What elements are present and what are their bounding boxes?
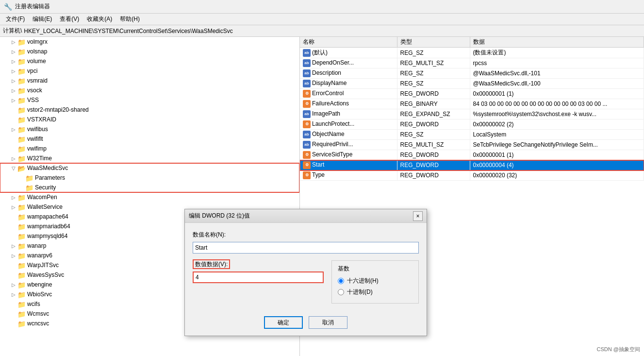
dialog-left: 数值数据(V):	[193, 260, 324, 304]
folder-icon: 📁	[17, 145, 26, 152]
table-row[interactable]: ⚙LaunchProtect...REG_DWORD0x00000002 (2)	[300, 119, 644, 130]
tree-item-parameters[interactable]: 📁 Parameters	[0, 173, 299, 183]
value-name: abDisplayName	[300, 79, 397, 89]
name-label: 数值名称(N):	[193, 231, 419, 239]
tree-label: VSTXRAID	[27, 116, 56, 123]
hex-radio[interactable]	[338, 278, 344, 284]
table-row[interactable]: ⚙ErrorControlREG_DWORD0x00000001 (1)	[300, 89, 644, 99]
tree-item-security[interactable]: 📁 Security	[0, 183, 299, 192]
table-row[interactable]: ⚙StartREG_DWORD0x00000004 (4)	[300, 160, 644, 170]
folder-icon: 📁	[17, 126, 26, 133]
tree-label: WbioSrvc	[27, 291, 52, 298]
tree-item-vss[interactable]: ▷ 📁 VSS	[0, 95, 299, 105]
tree-item-vwifibus[interactable]: ▷ 📁 vwifibus	[0, 124, 299, 134]
table-row[interactable]: abObjectNameREG_SZLocalSystem	[300, 130, 644, 140]
tree-item-vwifimp[interactable]: 📁 vwifimp	[0, 144, 299, 153]
expand-arrow: ▷	[10, 68, 17, 74]
table-row[interactable]: ⚙ServiceSidTypeREG_DWORD0x00000001 (1)	[300, 150, 644, 160]
data-value-input[interactable]	[193, 271, 324, 283]
edit-dword-dialog: 编辑 DWORD (32 位)值 × 数值名称(N): 数值数据(V): 基数 …	[184, 209, 427, 336]
expand-arrow: ▷	[10, 282, 17, 288]
value-type: REG_DWORD	[397, 170, 470, 181]
table-row[interactable]: abDisplayNameREG_SZ@WaaSMedicSvc.dll,-10…	[300, 79, 644, 89]
dialog-close-button[interactable]: ×	[413, 211, 423, 221]
tree-item-vpci[interactable]: ▷ 📁 vpci	[0, 66, 299, 76]
menu-file[interactable]: 文件(F)	[2, 14, 29, 24]
tree-item-volmgrx[interactable]: ▷ 📁 volmgrx	[0, 37, 299, 47]
value-type: REG_BINARY	[397, 99, 470, 109]
value-data: 0x00000001 (1)	[470, 89, 644, 99]
tree-label: WaaSMedicSvc	[27, 165, 68, 171]
tree-item-w32time[interactable]: ▷ 📁 W32Time	[0, 153, 299, 163]
value-data: @WaaSMedicSvc.dll,-100	[470, 79, 644, 89]
dialog-titlebar: 编辑 DWORD (32 位)值 ×	[185, 209, 427, 223]
table-row[interactable]: abImagePathREG_EXPAND_SZ%systemroot%\sys…	[300, 109, 644, 119]
address-path: HKEY_LOCAL_MACHINE\SYSTEM\CurrentControl…	[24, 28, 232, 34]
ok-button[interactable]: 确定	[264, 316, 303, 329]
tree-item-waasmedicsvc[interactable]: ▽ 📂 WaaSMedicSvc	[0, 163, 299, 173]
cancel-button[interactable]: 取消	[309, 316, 347, 329]
expand-arrow: ▷	[10, 59, 17, 64]
value-data: 84 03 00 00 00 00 00 00 00 00 00 00 00 0…	[470, 99, 644, 109]
table-row[interactable]: abDependOnSer...REG_MULTI_SZrpcss	[300, 58, 644, 68]
menu-favorites[interactable]: 收藏夹(A)	[83, 14, 116, 24]
expand-arrow: ▷	[10, 39, 17, 45]
menu-edit[interactable]: 编辑(E)	[29, 14, 56, 24]
folder-icon: 📁	[17, 97, 26, 103]
value-type: REG_MULTI_SZ	[397, 58, 470, 68]
tree-item-vsmraid[interactable]: ▷ 📁 vsmraid	[0, 76, 299, 85]
value-type: REG_SZ	[397, 48, 470, 58]
expand-arrow: ▷	[10, 243, 17, 249]
folder-icon: 📁	[17, 48, 26, 55]
base-section: 基数 十六进制(H) 十进制(D)	[331, 260, 419, 304]
tree-label: wcifs	[27, 301, 40, 307]
expand-arrow: ▷	[10, 88, 17, 93]
folder-icon: 📁	[17, 291, 26, 298]
menu-view[interactable]: 查看(V)	[56, 14, 83, 24]
table-row[interactable]: abRequiredPrivil...REG_MULTI_SZSeTcbPriv…	[300, 140, 644, 150]
tree-label: volume	[27, 58, 46, 65]
folder-icon: 📁	[17, 310, 26, 317]
expand-arrow: ▽	[10, 166, 17, 171]
table-row[interactable]: ab(默认)REG_SZ(数值未设置)	[300, 48, 644, 58]
tree-item-volsnap[interactable]: ▷ 📁 volsnap	[0, 47, 299, 56]
value-type: REG_SZ	[397, 79, 470, 89]
folder-icon: 📂	[17, 165, 26, 171]
menu-help[interactable]: 帮助(H)	[116, 14, 144, 24]
folder-icon: 📁	[17, 58, 26, 65]
value-type: REG_DWORD	[397, 150, 470, 160]
tree-item-vstor2[interactable]: 📁 vstor2-mntapi20-shared	[0, 105, 299, 115]
folder-icon: 📁	[17, 38, 26, 45]
hex-radio-row: 十六进制(H)	[338, 277, 413, 285]
folder-icon: 📁	[17, 87, 26, 94]
tree-label: vwififlt	[27, 136, 43, 142]
value-data: 0x00000020 (32)	[470, 170, 644, 181]
table-row[interactable]: ⚙FailureActionsREG_BINARY84 03 00 00 00 …	[300, 99, 644, 109]
tree-item-vsock[interactable]: ▷ 📁 vsock	[0, 85, 299, 95]
table-row[interactable]: abDescriptionREG_SZ@WaaSMedicSvc.dll,-10…	[300, 68, 644, 79]
folder-icon: 📁	[17, 301, 26, 307]
tree-item-wacompen[interactable]: ▷ 📁 WacomPen	[0, 192, 299, 202]
table-row[interactable]: ⚙TypeREG_DWORD0x00000020 (32)	[300, 170, 644, 181]
dialog-row: 数值数据(V): 基数 十六进制(H) 十进制(D)	[193, 260, 419, 304]
value-data: 0x00000004 (4)	[470, 160, 644, 170]
dialog-title: 编辑 DWORD (32 位)值	[189, 212, 250, 220]
tree-label: wampmysqld64	[27, 233, 67, 239]
tree-label: vwifimp	[27, 145, 47, 152]
expand-arrow: ▷	[10, 292, 17, 297]
tree-label: W32Time	[27, 155, 52, 162]
folder-icon: 📁	[17, 213, 26, 220]
tree-label: vwifibus	[27, 126, 48, 133]
value-data: 0x00000001 (1)	[470, 150, 644, 160]
folder-icon: 📁	[25, 174, 34, 181]
dec-radio[interactable]	[338, 289, 344, 295]
tree-label: wampapache64	[27, 213, 68, 220]
expand-arrow: ▷	[10, 78, 17, 84]
name-input[interactable]	[193, 242, 419, 254]
tree-item-vstxraid[interactable]: 📁 VSTXRAID	[0, 115, 299, 124]
tree-item-vwififlt[interactable]: 📁 vwififlt	[0, 134, 299, 144]
tree-item-volume[interactable]: ▷ 📁 volume	[0, 56, 299, 66]
tree-label: Parameters	[35, 174, 65, 181]
dialog-footer: 确定 取消	[185, 311, 427, 336]
tree-label: volmgrx	[27, 38, 48, 45]
